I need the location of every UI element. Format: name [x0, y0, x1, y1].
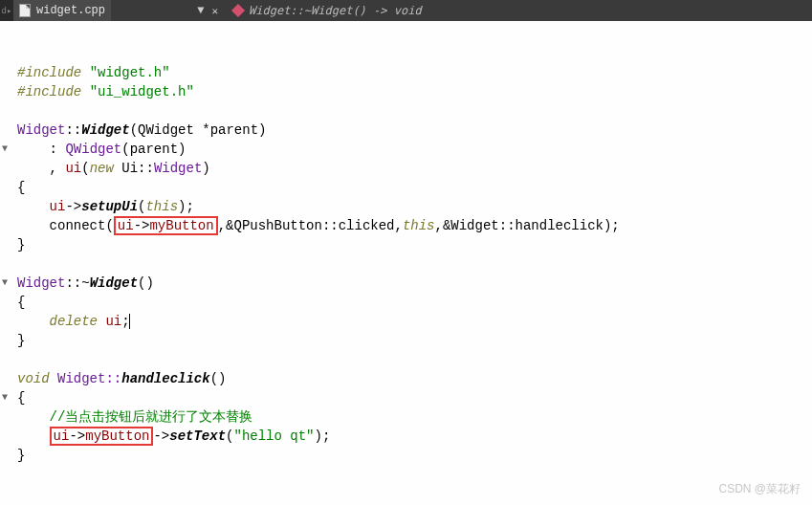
code-line: {	[17, 295, 25, 310]
code-line: //当点击按钮后就进行了文本替换	[17, 409, 252, 425]
code-line: ui->myButton->setText("hello qt");	[17, 428, 330, 444]
code-line: , ui(new Ui::Widget)	[17, 161, 210, 176]
tab-close-button[interactable]: ✕	[211, 5, 218, 17]
fold-gutter: ▼ ▼ ▼	[2, 25, 13, 121]
watermark: CSDN @菜花籽	[718, 481, 801, 497]
code-line: delete ui;	[17, 314, 130, 329]
code-line: Widget::~Widget()	[17, 275, 154, 291]
tab-modified-icon: ▼	[197, 4, 204, 17]
code-line: #include "widget.h"	[17, 65, 170, 80]
code-line: : QWidget(parent)	[17, 142, 186, 157]
code-line: ui->setupUi(this);	[17, 199, 194, 214]
fold-icon[interactable]: ▼	[2, 140, 8, 159]
highlighted-expression: ui->myButton	[114, 216, 218, 235]
tab-actions: ▼ ✕	[111, 0, 226, 21]
fold-icon[interactable]: ▼	[2, 274, 8, 293]
code-line: Widget::Widget(QWidget *parent)	[17, 122, 266, 138]
code-line: {	[17, 390, 25, 406]
code-line: void Widget::handleclick()	[17, 371, 226, 386]
tab-bar: d▸ widget.cpp ▼ ✕ Widget::~Widget() -> v…	[0, 0, 812, 21]
breadcrumb[interactable]: Widget::~Widget() -> void	[226, 0, 812, 21]
function-icon	[231, 4, 245, 17]
code-editor[interactable]: ▼ ▼ ▼ #include "widget.h" #include "ui_w…	[0, 21, 812, 465]
file-tab[interactable]: widget.cpp	[13, 0, 111, 21]
code-line: }	[17, 333, 25, 348]
tab-list-dropdown[interactable]: d▸	[0, 0, 13, 21]
file-icon	[19, 4, 31, 17]
highlighted-expression: ui->myButton	[50, 427, 154, 446]
code-line: connect(ui->myButton,&QPushButton::click…	[17, 218, 620, 233]
text-cursor	[129, 314, 130, 329]
code-line: #include "ui_widget.h"	[17, 84, 194, 99]
code-line: }	[17, 237, 25, 252]
tab-filename: widget.cpp	[36, 4, 105, 17]
code-line: {	[17, 180, 25, 195]
breadcrumb-text: Widget::~Widget() -> void	[249, 4, 422, 17]
fold-icon[interactable]: ▼	[2, 388, 8, 407]
code-line: }	[17, 448, 25, 463]
